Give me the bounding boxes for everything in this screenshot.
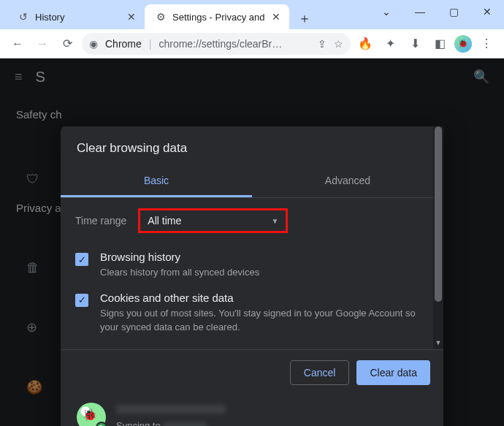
tab-title: History xyxy=(35,12,120,23)
window-minimize[interactable]: — xyxy=(403,0,437,23)
back-button[interactable]: ← xyxy=(7,34,28,54)
window-maximize[interactable]: ▢ xyxy=(437,0,470,23)
scroll-down-icon[interactable]: ▼ xyxy=(433,339,443,349)
tab-advanced[interactable]: Advanced xyxy=(252,166,443,197)
tab-settings[interactable]: ⚙ Settings - Privacy and ✕ xyxy=(145,4,289,29)
share-icon[interactable]: ⇪ xyxy=(318,38,327,50)
window-close[interactable]: ✕ xyxy=(470,0,504,23)
checkbox-browsing-history[interactable]: ✓ xyxy=(75,253,88,266)
chrome-icon: ◉ xyxy=(89,38,98,50)
chevron-down-icon: ▼ xyxy=(271,217,278,225)
option-cookies: ✓ Cookies and other site data Signs you … xyxy=(61,284,443,349)
omnibox[interactable]: ◉ Chrome | chrome://settings/clearBr… ⇪ … xyxy=(82,33,351,55)
extension-fire-icon[interactable]: 🔥 xyxy=(355,34,375,54)
download-icon[interactable]: ⬇ xyxy=(405,34,425,54)
tab-history[interactable]: ↺ History ✕ xyxy=(7,4,145,29)
dialog-footer: Cancel Clear data xyxy=(61,349,443,395)
close-icon[interactable]: ✕ xyxy=(126,9,137,24)
omnibox-url: chrome://settings/clearBr… xyxy=(159,38,310,50)
profile-row: ⟳ Syncing to xyxy=(61,395,443,426)
gear-icon: ⚙ xyxy=(155,11,167,23)
clear-data-button[interactable]: Clear data xyxy=(356,360,430,385)
window-dropdown[interactable]: ⌄ xyxy=(370,0,403,23)
browser-toolbar: ← → ⟳ ◉ Chrome | chrome://settings/clear… xyxy=(0,29,504,58)
option-title: Browsing history xyxy=(100,251,259,263)
dialog-tabs: Basic Advanced xyxy=(61,166,443,198)
star-icon[interactable]: ☆ xyxy=(334,38,343,50)
settings-page: ≡ S 🔍 Safety ch Privacy a 🛡 🗑 ⊕ 🍪 ▼ Clea… xyxy=(0,58,504,426)
tab-title: Settings - Privacy and xyxy=(172,12,264,23)
profile-avatar-large: ⟳ xyxy=(77,403,106,426)
time-range-row: Time range All time ▼ xyxy=(61,198,443,243)
dialog-scrollbar[interactable]: ▼ xyxy=(433,126,443,349)
option-title: Cookies and other site data xyxy=(100,292,429,304)
cancel-button[interactable]: Cancel xyxy=(290,360,350,385)
scrollbar-thumb[interactable] xyxy=(435,126,442,302)
sync-status: Syncing to xyxy=(116,420,161,426)
new-tab-button[interactable]: ＋ xyxy=(294,7,316,29)
kebab-menu-icon[interactable]: ⋮ xyxy=(476,34,497,54)
profile-avatar[interactable]: 🐞 xyxy=(454,35,472,53)
history-icon: ↺ xyxy=(18,11,29,23)
sync-badge-icon: ⟳ xyxy=(96,422,107,426)
close-icon[interactable]: ✕ xyxy=(270,9,282,24)
time-range-value: All time xyxy=(148,215,181,227)
extensions-icon[interactable]: ✦ xyxy=(380,34,400,54)
omnibox-prefix: Chrome xyxy=(105,38,142,50)
sync-target-redacted xyxy=(163,422,207,426)
window-controls: ⌄ — ▢ ✕ xyxy=(370,0,504,23)
tab-basic[interactable]: Basic xyxy=(61,166,252,197)
profile-name-redacted xyxy=(116,405,226,414)
forward-button[interactable]: → xyxy=(32,34,53,54)
reload-button[interactable]: ⟳ xyxy=(57,34,77,54)
option-desc: Clears history from all synced devices xyxy=(100,266,259,280)
time-range-label: Time range xyxy=(75,215,126,227)
option-desc: Signs you out of most sites. You'll stay… xyxy=(100,307,429,335)
separator: | xyxy=(149,38,152,50)
sidepanel-icon[interactable]: ◧ xyxy=(429,34,450,54)
option-browsing-history: ✓ Browsing history Clears history from a… xyxy=(61,243,443,284)
checkbox-cookies[interactable]: ✓ xyxy=(75,294,88,307)
clear-browsing-data-dialog: ▼ Clear browsing data Basic Advanced Tim… xyxy=(61,126,443,426)
dialog-title: Clear browsing data xyxy=(61,126,443,166)
time-range-select[interactable]: All time ▼ xyxy=(138,208,288,233)
